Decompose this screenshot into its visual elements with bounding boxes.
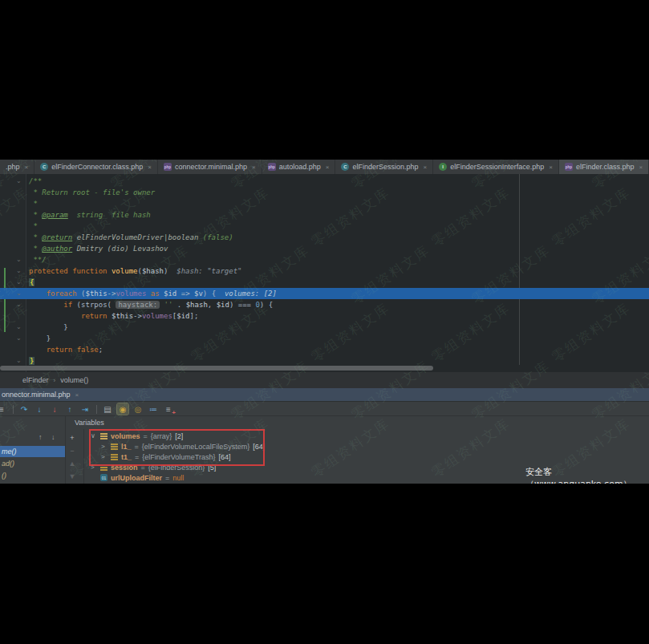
stack-frame-row[interactable]: me() bbox=[0, 446, 65, 457]
code-token: * bbox=[29, 233, 42, 241]
step-out-icon[interactable]: ↑ bbox=[64, 403, 75, 415]
code-token: } bbox=[29, 334, 51, 342]
code-token: $id bbox=[176, 312, 189, 320]
fold-marker-icon[interactable]: ⌄ bbox=[16, 324, 22, 330]
code-token bbox=[168, 267, 176, 275]
panel-divider bbox=[65, 416, 66, 484]
code-token: elFinderVolumeDriver|boolean bbox=[77, 233, 199, 241]
horizontal-scrollbar-thumb[interactable] bbox=[0, 366, 433, 371]
code-token: if bbox=[63, 301, 72, 309]
code-line: if (strpos( haystack: '' . $hash, $id) =… bbox=[29, 299, 649, 310]
code-token: volume bbox=[112, 267, 138, 275]
move-up-button[interactable]: ▲ bbox=[67, 459, 77, 468]
php-file-icon: php bbox=[268, 163, 276, 171]
tab-elfindersession-php[interactable]: CelFinderSession.php× bbox=[335, 160, 433, 174]
code-token: $hash: "target" bbox=[176, 267, 241, 275]
debug-toolwindow-tab[interactable]: onnector.minimal.php × bbox=[0, 388, 649, 401]
frame-down-icon[interactable]: ↓ bbox=[51, 433, 55, 441]
code-token: * bbox=[29, 200, 38, 208]
fold-marker-icon[interactable]: ⌄ bbox=[16, 268, 22, 274]
code-line: * bbox=[29, 221, 649, 232]
tab-elfinder-class-php[interactable]: phpelFinder.class.php× bbox=[559, 160, 649, 174]
code-token: volumes: [2] bbox=[216, 290, 277, 298]
code-token: volumes bbox=[142, 312, 172, 320]
code-line: * @return elFinderVolumeDriver|boolean (… bbox=[29, 232, 649, 243]
frame-up-icon[interactable]: ↑ bbox=[39, 433, 43, 441]
primitive-type-icon: 01 bbox=[100, 474, 107, 481]
code-token: $hash bbox=[186, 301, 208, 309]
code-token: * Return root - file's owner bbox=[29, 188, 155, 196]
run-to-cursor-icon[interactable]: ⇥ bbox=[79, 403, 91, 415]
fold-marker-icon[interactable]: ⌄ bbox=[16, 302, 22, 308]
code-token: $hash bbox=[142, 267, 164, 275]
debug-panel-body: Variables ↑ ↓ me()ad()() +−▲▼ ∨volumes={… bbox=[0, 415, 649, 484]
code-token: haystack: bbox=[116, 301, 160, 309]
show-types-icon[interactable]: ≔ bbox=[148, 403, 159, 415]
variable-value: null bbox=[172, 474, 184, 482]
step-into-icon[interactable]: ↓ bbox=[34, 403, 45, 415]
force-step-into-icon[interactable]: ↓ bbox=[49, 403, 60, 415]
code-token: , bbox=[208, 301, 217, 309]
code-token: => bbox=[176, 290, 194, 298]
remove-watch-button[interactable]: − bbox=[67, 446, 77, 456]
add-to-watches-icon[interactable]: ≡+ bbox=[163, 403, 174, 415]
add-watch-button[interactable]: + bbox=[67, 433, 77, 443]
close-icon[interactable]: × bbox=[549, 164, 553, 171]
code-token: ( bbox=[77, 290, 86, 298]
code-token: ) { bbox=[260, 301, 273, 309]
close-icon[interactable]: × bbox=[25, 164, 29, 171]
site-watermark: 安全客（www.anquanke.com） bbox=[525, 466, 649, 484]
close-icon[interactable]: × bbox=[639, 164, 643, 171]
code-token: as bbox=[151, 290, 160, 298]
fold-marker-icon[interactable]: ⌄ bbox=[16, 335, 22, 342]
close-icon[interactable]: × bbox=[75, 391, 79, 399]
toolbar-separator bbox=[96, 405, 97, 414]
code-token: * bbox=[29, 211, 42, 219]
tab-autoload-php[interactable]: phpautoload.php× bbox=[262, 160, 336, 174]
evaluate-expression-icon[interactable]: ◉ bbox=[117, 403, 128, 415]
editor-tab-bar: .php×CelFinderConnector.class.php×phpcon… bbox=[0, 160, 649, 175]
code-token bbox=[29, 290, 47, 298]
stack-frame-row[interactable]: ad() bbox=[0, 458, 65, 469]
code-token: protected function bbox=[29, 267, 112, 275]
tab-elfindersessioninterface-php[interactable]: IelFinderSessionInterface.php× bbox=[433, 160, 559, 174]
interface-file-icon: I bbox=[439, 163, 447, 171]
tab-label: connector.minimal.php bbox=[175, 163, 247, 171]
fold-marker-icon[interactable]: ⌄ bbox=[16, 290, 22, 297]
mute-breakpoints-icon[interactable]: ◎ bbox=[132, 403, 144, 415]
move-down-button[interactable]: ▼ bbox=[67, 472, 77, 481]
code-token: { bbox=[29, 278, 34, 286]
fold-marker-icon[interactable]: ⌄ bbox=[16, 279, 22, 286]
code-token: ]; bbox=[190, 312, 199, 320]
variable-row[interactable]: 01urlUploadFilter=null bbox=[91, 472, 184, 483]
fold-marker-icon[interactable]: ⌄ bbox=[16, 178, 22, 184]
close-icon[interactable]: × bbox=[148, 164, 152, 171]
code-token: * bbox=[29, 245, 42, 253]
step-over-icon[interactable]: ↷ bbox=[18, 403, 30, 415]
breadcrumb-item-class[interactable]: elFinder bbox=[22, 376, 49, 384]
code-token: * bbox=[29, 222, 38, 230]
fold-marker-icon[interactable]: ⌄ bbox=[16, 257, 22, 263]
close-icon[interactable]: × bbox=[252, 164, 256, 171]
stack-frame-row[interactable]: () bbox=[0, 470, 65, 481]
tab-connector-minimal-php[interactable]: phpconnector.minimal.php× bbox=[158, 160, 262, 174]
code-line: * Return root - file's owner bbox=[29, 187, 649, 198]
code-token: return bbox=[81, 312, 107, 320]
code-token: **/ bbox=[29, 256, 47, 264]
threads-list-icon[interactable]: ≡ bbox=[0, 403, 7, 415]
code-token: (strpos( bbox=[72, 301, 116, 309]
annotation-red-box bbox=[89, 429, 265, 466]
close-icon[interactable]: × bbox=[423, 164, 427, 171]
code-token: @param bbox=[42, 211, 68, 219]
fold-marker-icon[interactable]: ⌄ bbox=[16, 358, 22, 364]
breadcrumb-item-method[interactable]: volume() bbox=[60, 376, 88, 384]
code-token: @author bbox=[42, 245, 72, 253]
code-token bbox=[29, 346, 47, 354]
code-token bbox=[29, 301, 63, 309]
tab-elfinderconnector-class-php[interactable]: CelFinderConnector.class.php× bbox=[34, 160, 158, 174]
view-as-grid-icon[interactable]: ▤ bbox=[102, 403, 113, 415]
code-editor[interactable]: /** * Return root - file's owner * * @pa… bbox=[0, 174, 649, 372]
tab--php[interactable]: .php× bbox=[0, 160, 34, 174]
code-token: -> bbox=[107, 290, 116, 298]
close-icon[interactable]: × bbox=[326, 164, 330, 171]
